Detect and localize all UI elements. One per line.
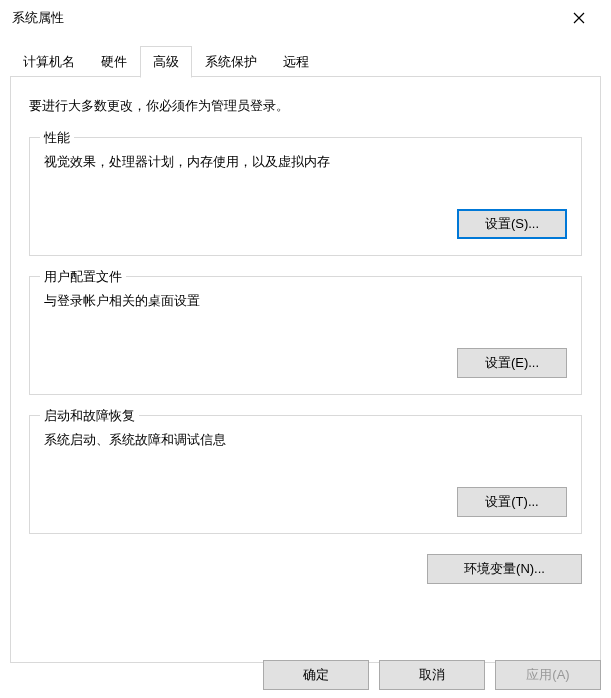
profiles-desc: 与登录帐户相关的桌面设置 — [44, 292, 567, 310]
window-title: 系统属性 — [12, 9, 64, 27]
performance-desc: 视觉效果，处理器计划，内存使用，以及虚拟内存 — [44, 153, 567, 171]
tab-computer-name[interactable]: 计算机名 — [10, 46, 88, 77]
cancel-button[interactable]: 取消 — [379, 660, 485, 690]
performance-group: 性能 视觉效果，处理器计划，内存使用，以及虚拟内存 设置(S)... — [29, 137, 582, 256]
startup-group: 启动和故障恢复 系统启动、系统故障和调试信息 设置(T)... — [29, 415, 582, 534]
performance-settings-button[interactable]: 设置(S)... — [457, 209, 567, 239]
startup-legend: 启动和故障恢复 — [40, 407, 139, 425]
startup-desc: 系统启动、系统故障和调试信息 — [44, 431, 567, 449]
profiles-legend: 用户配置文件 — [40, 268, 126, 286]
tab-system-protection[interactable]: 系统保护 — [192, 46, 270, 77]
profiles-group: 用户配置文件 与登录帐户相关的桌面设置 设置(E)... — [29, 276, 582, 395]
advanced-tab-panel: 要进行大多数更改，你必须作为管理员登录。 性能 视觉效果，处理器计划，内存使用，… — [10, 77, 601, 663]
close-button[interactable] — [559, 3, 599, 33]
performance-legend: 性能 — [40, 129, 74, 147]
admin-notice: 要进行大多数更改，你必须作为管理员登录。 — [29, 97, 582, 115]
close-icon — [573, 12, 585, 24]
apply-button[interactable]: 应用(A) — [495, 660, 601, 690]
profiles-settings-button[interactable]: 设置(E)... — [457, 348, 567, 378]
environment-variables-button[interactable]: 环境变量(N)... — [427, 554, 582, 584]
tab-advanced[interactable]: 高级 — [140, 46, 192, 78]
dialog-footer: 确定 取消 应用(A) — [253, 650, 611, 698]
tab-remote[interactable]: 远程 — [270, 46, 322, 77]
startup-settings-button[interactable]: 设置(T)... — [457, 487, 567, 517]
tab-bar: 计算机名 硬件 高级 系统保护 远程 — [0, 46, 611, 77]
ok-button[interactable]: 确定 — [263, 660, 369, 690]
tab-hardware[interactable]: 硬件 — [88, 46, 140, 77]
